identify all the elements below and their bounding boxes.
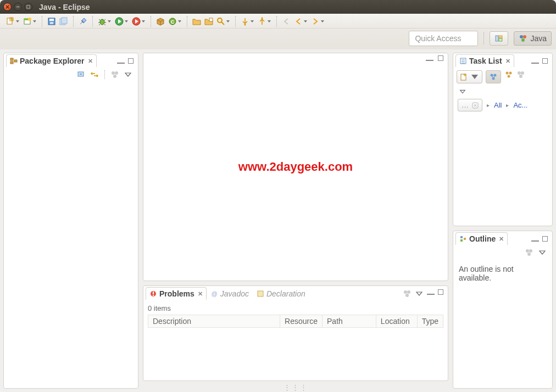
filter-all[interactable]: All — [494, 101, 502, 109]
svg-rect-37 — [258, 291, 263, 296]
outline-title: Outline — [469, 234, 496, 243]
clear-icon[interactable] — [472, 102, 479, 109]
run-last-button[interactable] — [130, 16, 147, 27]
focus-task-icon[interactable] — [403, 289, 412, 298]
task-list-body[interactable] — [453, 116, 552, 226]
package-explorer-body[interactable] — [4, 81, 138, 388]
svg-rect-55 — [464, 238, 466, 240]
svg-point-32 — [113, 75, 116, 78]
svg-rect-34 — [153, 292, 154, 294]
svg-point-47 — [509, 72, 512, 75]
svg-text:@: @ — [211, 290, 217, 297]
col-location[interactable]: Location — [376, 315, 417, 328]
nav-back-history[interactable] — [292, 16, 309, 27]
save-button[interactable] — [46, 16, 58, 27]
javadoc-tab[interactable]: @ Javadoc — [207, 287, 253, 300]
maximize-view-button[interactable] — [542, 236, 548, 242]
new-wizard-button[interactable] — [21, 16, 38, 27]
perspective-java[interactable]: Java — [514, 31, 552, 46]
new-package-button[interactable] — [154, 16, 166, 27]
maximize-view-button[interactable] — [542, 58, 548, 64]
new-class-button[interactable]: C — [166, 16, 184, 27]
quick-access-input[interactable]: Quick Access — [409, 31, 478, 46]
javadoc-icon: @ — [210, 290, 218, 298]
perspective-bar: Quick Access Java — [0, 29, 556, 49]
problems-title: Problems — [159, 289, 194, 298]
minimize-view-button[interactable] — [531, 58, 539, 64]
close-icon[interactable]: ✕ — [198, 290, 203, 298]
minimize-view-button[interactable] — [531, 236, 539, 242]
view-menu-icon[interactable] — [124, 70, 132, 79]
view-menu-icon[interactable] — [415, 289, 424, 298]
problems-tab[interactable]: Problems ✕ — [146, 287, 207, 300]
svg-point-19 — [262, 18, 263, 19]
new-button[interactable] — [4, 16, 21, 27]
svg-point-50 — [521, 71, 524, 75]
minimize-view-button[interactable] — [427, 289, 435, 295]
outline-tab[interactable]: Outline ✕ — [455, 232, 508, 245]
declaration-title: Declaration — [266, 289, 305, 298]
save-all-button[interactable] — [58, 16, 70, 27]
filter-activate[interactable]: Ac... — [513, 101, 527, 109]
outline-view: Outline ✕ An outline is not available. — [453, 231, 553, 389]
nav-prev-annotation[interactable] — [239, 16, 256, 27]
watermark-text: www.2daygeek.com — [143, 160, 448, 174]
debug-button[interactable] — [96, 16, 113, 27]
svg-rect-54 — [460, 239, 463, 242]
col-type[interactable]: Type — [417, 315, 443, 328]
svg-rect-26 — [10, 58, 13, 60]
window-minimize-button[interactable] — [14, 3, 22, 11]
outline-icon — [459, 235, 467, 243]
maximize-view-button[interactable] — [438, 289, 443, 295]
svg-point-17 — [218, 18, 222, 23]
svg-point-38 — [404, 290, 407, 294]
search-button[interactable] — [215, 16, 232, 27]
nav-forward-history[interactable] — [309, 16, 326, 27]
focus-task-icon[interactable] — [110, 70, 119, 79]
svg-text:C: C — [171, 19, 175, 25]
minimize-view-button[interactable] — [117, 58, 125, 64]
maximize-editor-button[interactable] — [438, 55, 443, 61]
view-menu-icon[interactable] — [538, 248, 547, 257]
svg-point-57 — [529, 249, 532, 253]
run-button[interactable] — [113, 16, 130, 27]
task-list-tab[interactable]: Task List ✕ — [455, 54, 514, 67]
svg-rect-7 — [49, 19, 54, 21]
sash-handle[interactable]: ⋮⋮⋮ — [143, 385, 448, 389]
editor-area[interactable]: www.2daygeek.com — [143, 53, 448, 281]
window-maximize-button[interactable] — [24, 3, 32, 11]
package-explorer-tab[interactable]: Package Explorer ✕ — [6, 54, 97, 67]
focus-task-icon[interactable] — [525, 248, 533, 257]
collapse-all-icon[interactable] — [77, 70, 86, 79]
close-icon[interactable]: ✕ — [499, 236, 504, 243]
col-description[interactable]: Description — [148, 315, 280, 328]
svg-rect-35 — [153, 295, 154, 296]
scheduled-icon[interactable] — [504, 70, 513, 79]
declaration-tab[interactable]: Declaration — [253, 287, 309, 300]
perspective-java-label: Java — [530, 34, 547, 43]
window-close-button[interactable] — [3, 3, 12, 11]
bottom-tabbed-view: Problems ✕ @ Javadoc Declaration — [143, 285, 448, 381]
minimize-editor-button[interactable] — [426, 55, 433, 61]
maximize-view-button[interactable] — [128, 58, 134, 64]
svg-point-24 — [523, 35, 526, 38]
main-toolbar: C — [0, 14, 556, 29]
close-icon[interactable]: ✕ — [505, 58, 510, 65]
col-resource[interactable]: Resource — [280, 315, 323, 328]
nav-next-annotation[interactable] — [256, 16, 273, 27]
problems-table[interactable]: Description Resource Path Location Type — [148, 315, 443, 328]
svg-point-48 — [508, 75, 510, 78]
view-menu-icon[interactable] — [459, 88, 466, 96]
task-find-box[interactable]: … — [458, 99, 482, 111]
svg-point-39 — [407, 290, 410, 294]
open-type-button[interactable] — [191, 16, 203, 27]
new-task-button[interactable] — [457, 70, 482, 83]
open-task-button[interactable] — [203, 16, 215, 27]
close-icon[interactable]: ✕ — [88, 58, 93, 65]
pin-button[interactable] — [77, 16, 89, 27]
col-path[interactable]: Path — [323, 315, 376, 328]
focus-workweek-icon[interactable] — [516, 70, 525, 79]
link-editor-icon[interactable] — [90, 70, 99, 79]
open-perspective-button[interactable] — [490, 31, 508, 46]
categorize-button[interactable] — [486, 70, 501, 83]
